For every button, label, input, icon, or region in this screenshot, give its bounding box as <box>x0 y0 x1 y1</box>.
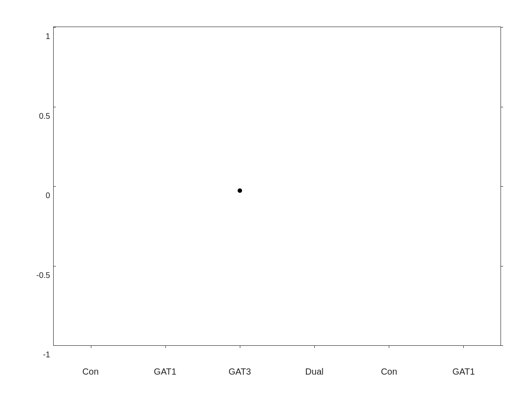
y-tick-label-05: 0.5 <box>39 111 54 121</box>
x-tick-1 <box>165 345 166 348</box>
data-point-gat3 <box>238 188 242 193</box>
x-label-gat3: GAT3 <box>203 367 277 377</box>
y-tick-label-n05: -0.5 <box>36 270 54 280</box>
y-tick-label-0: 0 <box>46 191 54 200</box>
x-label-dual: Dual <box>277 367 352 377</box>
y-tick-label-n1: -1 <box>43 350 54 360</box>
x-label-con2: Con <box>352 367 426 377</box>
x-tick-3 <box>314 345 315 348</box>
x-tick-5 <box>463 345 464 348</box>
x-label-con1: Con <box>53 367 128 377</box>
x-label-gat1-1: GAT1 <box>128 367 202 377</box>
x-label-gat1-2: GAT1 <box>426 367 501 377</box>
chart-wrapper: LTS probability 1 0.5 0 <box>22 18 510 381</box>
x-axis-labels-container: Con GAT1 GAT3 Dual Con GAT1 <box>53 367 501 377</box>
chart-container: LTS probability 1 0.5 0 <box>0 0 532 399</box>
x-tick-2 <box>240 345 240 348</box>
y-tick-label-1: 1 <box>46 32 54 41</box>
x-tick-0 <box>91 345 91 348</box>
plot-area: 1 0.5 0 -0.5 <box>53 27 501 346</box>
x-tick-4 <box>389 345 389 348</box>
